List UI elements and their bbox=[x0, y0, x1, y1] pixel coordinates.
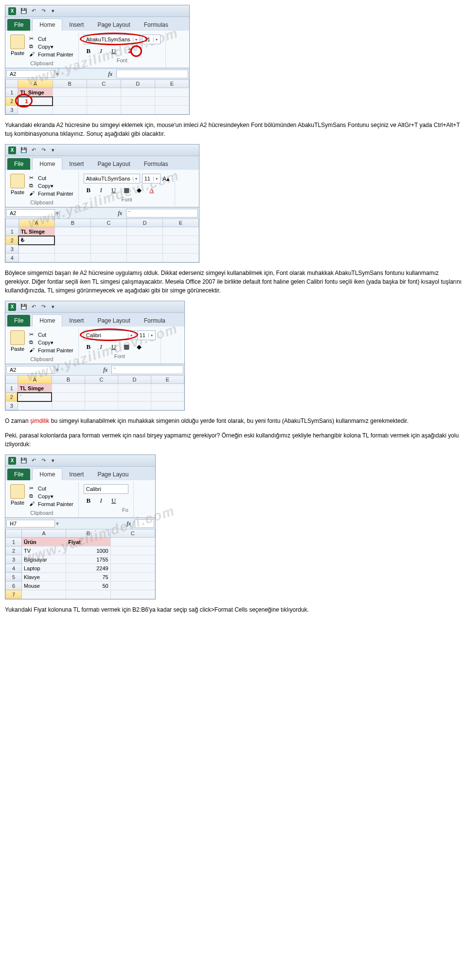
col-header-b[interactable]: B bbox=[53, 80, 87, 88]
formula-input[interactable] bbox=[135, 519, 154, 528]
chevron-down-icon[interactable]: ▾ bbox=[148, 333, 155, 338]
tab-file[interactable]: File bbox=[7, 19, 30, 31]
grow-font-icon[interactable]: A▴ bbox=[162, 175, 170, 182]
name-box[interactable] bbox=[6, 209, 55, 217]
row-header[interactable]: 3 bbox=[6, 555, 22, 564]
font-name-input[interactable] bbox=[84, 174, 133, 183]
namebox-dropdown-icon[interactable]: ▾ bbox=[56, 71, 59, 77]
row-header[interactable]: 6 bbox=[6, 581, 22, 590]
tab-formulas[interactable]: Formula bbox=[137, 315, 172, 327]
cell-a2[interactable]: ¨ bbox=[18, 393, 52, 401]
font-size-input[interactable] bbox=[143, 35, 153, 44]
col-header-c[interactable]: C bbox=[90, 219, 126, 227]
col-header-b[interactable]: B bbox=[52, 376, 85, 384]
font-size-combo[interactable]: ▾ bbox=[142, 174, 161, 183]
cell[interactable]: TV bbox=[21, 546, 66, 555]
font-name-combo[interactable] bbox=[84, 484, 128, 494]
tab-home[interactable]: Home bbox=[32, 468, 62, 480]
tab-insert[interactable]: Insert bbox=[62, 19, 90, 31]
underline-button[interactable]: U bbox=[109, 496, 119, 506]
worksheet-grid[interactable]: A B C 1ÜrünFiyat 2TV1000 3Bilgisayar1755… bbox=[5, 529, 155, 599]
underline-button[interactable]: U bbox=[109, 185, 119, 195]
tab-insert[interactable]: Insert bbox=[62, 315, 90, 327]
tab-file[interactable]: File bbox=[7, 469, 30, 480]
row-header[interactable]: 3 bbox=[6, 245, 19, 254]
tab-insert[interactable]: Insert bbox=[62, 158, 90, 170]
qat-save-icon[interactable]: 💾 bbox=[19, 303, 28, 311]
cell-b1[interactable]: Fiyat bbox=[66, 538, 110, 546]
col-header-d[interactable]: D bbox=[121, 80, 155, 88]
copy-button[interactable]: ⧉Copy ▾ bbox=[29, 493, 73, 500]
col-header-e[interactable]: E bbox=[151, 376, 184, 384]
row-header[interactable]: 1 bbox=[6, 88, 18, 97]
tab-home[interactable]: Home bbox=[32, 158, 62, 170]
cell-a2[interactable]: 1 bbox=[18, 97, 53, 106]
formula-input[interactable] bbox=[116, 70, 188, 78]
bold-button[interactable]: B bbox=[84, 185, 93, 195]
chevron-down-icon[interactable]: ▾ bbox=[153, 37, 160, 42]
paste-icon[interactable] bbox=[10, 174, 25, 188]
qat-save-icon[interactable]: 💾 bbox=[19, 146, 28, 155]
font-name-input[interactable] bbox=[84, 485, 128, 493]
row-header[interactable]: 5 bbox=[6, 573, 22, 581]
fx-icon[interactable]: fx bbox=[118, 210, 122, 217]
font-size-combo[interactable]: ▾ bbox=[142, 35, 161, 44]
cell[interactable]: 2249 bbox=[66, 564, 110, 573]
format-painter-button[interactable]: 🖌Format Painter bbox=[29, 51, 73, 58]
cell[interactable]: 1755 bbox=[66, 555, 110, 564]
col-header-e[interactable]: E bbox=[162, 219, 198, 227]
cell[interactable]: 1000 bbox=[66, 546, 110, 555]
chevron-down-icon[interactable]: ▾ bbox=[128, 333, 135, 338]
qat-redo-icon[interactable]: ↷ bbox=[39, 456, 48, 465]
underline-button[interactable]: U bbox=[109, 46, 119, 56]
bold-button[interactable]: B bbox=[84, 342, 93, 352]
row-header[interactable]: 3 bbox=[6, 106, 18, 114]
tab-page-layout[interactable]: Page Layout bbox=[90, 315, 137, 327]
col-header-b[interactable]: B bbox=[66, 529, 110, 538]
cell-a1[interactable]: Ürün bbox=[21, 538, 66, 546]
font-size-input[interactable] bbox=[143, 174, 153, 183]
cut-button[interactable]: ✂Cut bbox=[29, 485, 73, 492]
fill-color-button[interactable]: ◆ bbox=[134, 342, 144, 352]
row-header[interactable]: 2 bbox=[6, 546, 22, 555]
col-header-c[interactable]: C bbox=[110, 529, 155, 538]
select-all-corner[interactable] bbox=[6, 219, 19, 227]
col-header-a[interactable]: A bbox=[18, 376, 52, 384]
font-color-button[interactable]: A bbox=[147, 185, 157, 195]
qat-redo-icon[interactable]: ↷ bbox=[39, 303, 48, 311]
paste-icon[interactable] bbox=[10, 484, 25, 499]
fx-icon[interactable]: fx bbox=[103, 366, 108, 374]
col-header-b[interactable]: B bbox=[54, 219, 90, 227]
cell[interactable]: 50 bbox=[66, 581, 110, 590]
worksheet-grid[interactable]: A B C D E 1TL Simge 2₺ 3 4 bbox=[5, 218, 199, 262]
chevron-down-icon[interactable]: ▾ bbox=[133, 177, 140, 181]
fx-icon[interactable]: fx bbox=[108, 71, 112, 78]
col-header-c[interactable]: C bbox=[85, 376, 118, 384]
tab-file[interactable]: File bbox=[7, 158, 30, 170]
select-all-corner[interactable] bbox=[6, 80, 18, 88]
qat-undo-icon[interactable]: ↶ bbox=[29, 303, 38, 311]
qat-dropdown-icon[interactable]: ▾ bbox=[49, 303, 57, 311]
tab-file[interactable]: File bbox=[7, 315, 30, 327]
row-header[interactable]: 7 bbox=[6, 590, 22, 599]
row-header[interactable]: 1 bbox=[6, 227, 19, 236]
col-header-a[interactable]: A bbox=[18, 219, 54, 227]
name-box[interactable] bbox=[6, 366, 55, 374]
cell[interactable]: Klavye bbox=[21, 573, 66, 581]
font-name-input[interactable] bbox=[84, 35, 133, 44]
cell[interactable]: 75 bbox=[66, 573, 110, 581]
worksheet-grid[interactable]: A B C D E 1TL Simge 2¨ 3 bbox=[5, 375, 184, 410]
qat-save-icon[interactable]: 💾 bbox=[19, 7, 28, 16]
font-name-combo[interactable]: ▾ bbox=[84, 174, 140, 183]
font-name-combo[interactable]: ▾ bbox=[84, 35, 140, 44]
namebox-dropdown-icon[interactable]: ▾ bbox=[56, 210, 59, 217]
tab-formulas[interactable]: Formulas bbox=[137, 158, 175, 170]
qat-undo-icon[interactable]: ↶ bbox=[29, 7, 38, 16]
col-header-a[interactable]: A bbox=[18, 80, 53, 88]
col-header-a[interactable]: A bbox=[21, 529, 66, 538]
cell[interactable]: Laptop bbox=[21, 564, 66, 573]
row-header[interactable]: 4 bbox=[6, 564, 22, 573]
row-header[interactable]: 2 bbox=[6, 97, 18, 106]
row-header[interactable]: 2 bbox=[6, 393, 18, 401]
cut-button[interactable]: ✂Cut bbox=[29, 331, 73, 338]
